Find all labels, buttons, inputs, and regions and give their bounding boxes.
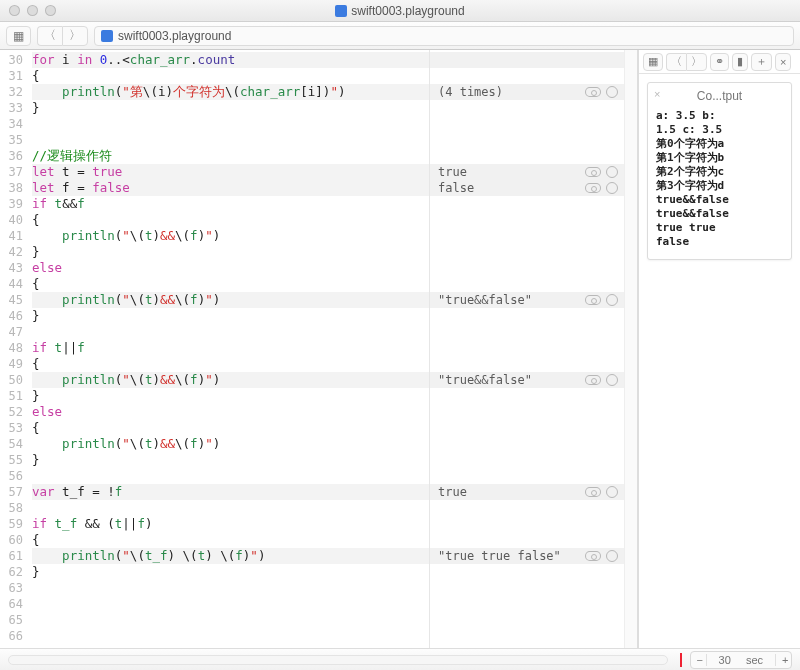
code-line[interactable] xyxy=(32,500,429,516)
nav-back-button[interactable]: 〈 xyxy=(37,26,62,46)
result-line xyxy=(430,244,624,260)
horizontal-scrollbar[interactable] xyxy=(8,655,668,665)
code-line[interactable]: { xyxy=(32,420,429,436)
result-line xyxy=(430,580,624,596)
code-line[interactable]: println("第\(i)个字符为\(char_arr[i])") xyxy=(32,84,429,100)
assistant-back-button[interactable]: 〈 xyxy=(666,53,686,71)
result-line: false xyxy=(430,180,624,196)
value-history-icon[interactable] xyxy=(606,294,618,306)
code-line[interactable]: println("\(t)&&\(f)") xyxy=(32,372,429,388)
result-line xyxy=(430,68,624,84)
result-line xyxy=(430,436,624,452)
console-output: a: 3.5 b: 1.5 c: 3.5 第0个字符为a 第1个字符为b 第2个… xyxy=(656,109,783,249)
console-title: Co...tput xyxy=(656,89,783,103)
code-line[interactable]: if t||f xyxy=(32,340,429,356)
assistant-link-icon[interactable]: ⚭ xyxy=(710,53,729,71)
code-line[interactable] xyxy=(32,324,429,340)
value-history-icon[interactable] xyxy=(606,550,618,562)
code-line[interactable]: { xyxy=(32,356,429,372)
playground-file-icon xyxy=(335,5,347,17)
result-line xyxy=(430,612,624,628)
assistant-toolbar: ▦ 〈 〉 ⚭ ▮ ＋ × xyxy=(639,50,800,74)
code-line[interactable]: else xyxy=(32,404,429,420)
result-line xyxy=(430,628,624,644)
close-window-button[interactable] xyxy=(9,5,20,16)
result-line: "true true false" xyxy=(430,548,624,564)
code-line[interactable]: println("\(t)&&\(f)") xyxy=(32,228,429,244)
console-output-panel: × Co...tput a: 3.5 b: 1.5 c: 3.5 第0个字符为a… xyxy=(647,82,792,260)
code-line[interactable]: //逻辑操作符 xyxy=(32,148,429,164)
quicklook-eye-icon[interactable] xyxy=(585,487,601,497)
result-line: "true&&false" xyxy=(430,372,624,388)
nav-forward-button[interactable]: 〉 xyxy=(62,26,88,46)
value-history-icon[interactable] xyxy=(606,486,618,498)
code-line[interactable]: } xyxy=(32,388,429,404)
result-line xyxy=(430,100,624,116)
timeline-value: 30 sec xyxy=(707,654,775,666)
timeline-plus-button[interactable]: + xyxy=(775,654,791,666)
assistant-add-button[interactable]: ＋ xyxy=(751,53,772,71)
code-line[interactable] xyxy=(32,116,429,132)
code-line[interactable]: } xyxy=(32,564,429,580)
result-line xyxy=(430,212,624,228)
traffic-lights xyxy=(0,5,56,16)
timeline-minus-button[interactable]: − xyxy=(691,654,707,666)
code-line[interactable]: if t_f && (t||f) xyxy=(32,516,429,532)
timeline-play-marker[interactable] xyxy=(680,653,682,667)
breadcrumb[interactable]: swift0003.playground xyxy=(94,26,794,46)
code-line[interactable]: if t&&f xyxy=(32,196,429,212)
toolbar: ▦ 〈 〉 swift0003.playground xyxy=(0,22,800,50)
value-history-icon[interactable] xyxy=(606,182,618,194)
code-line[interactable] xyxy=(32,468,429,484)
quicklook-eye-icon[interactable] xyxy=(585,87,601,97)
result-line xyxy=(430,148,624,164)
code-line[interactable] xyxy=(32,628,429,644)
quicklook-eye-icon[interactable] xyxy=(585,375,601,385)
code-line[interactable]: } xyxy=(32,100,429,116)
result-line xyxy=(430,308,624,324)
code-line[interactable]: { xyxy=(32,212,429,228)
code-line[interactable] xyxy=(32,132,429,148)
code-editor[interactable]: for i in 0..<char_arr.count{ println("第\… xyxy=(28,50,429,648)
assistant-close-button[interactable]: × xyxy=(775,53,791,71)
titlebar: swift0003.playground xyxy=(0,0,800,22)
code-line[interactable]: } xyxy=(32,244,429,260)
result-line xyxy=(430,452,624,468)
code-line[interactable]: for i in 0..<char_arr.count xyxy=(32,52,429,68)
code-line[interactable]: { xyxy=(32,276,429,292)
assistant-forward-button[interactable]: 〉 xyxy=(686,53,707,71)
quicklook-eye-icon[interactable] xyxy=(585,295,601,305)
value-history-icon[interactable] xyxy=(606,374,618,386)
quicklook-eye-icon[interactable] xyxy=(585,551,601,561)
assistant-book-icon[interactable]: ▮ xyxy=(732,53,748,71)
result-line xyxy=(430,516,624,532)
result-text: true xyxy=(438,164,467,180)
zoom-window-button[interactable] xyxy=(45,5,56,16)
close-icon[interactable]: × xyxy=(654,88,660,100)
value-history-icon[interactable] xyxy=(606,166,618,178)
code-line[interactable]: println("\(t)&&\(f)") xyxy=(32,292,429,308)
value-history-icon[interactable] xyxy=(606,86,618,98)
code-line[interactable]: println("\(t_f) \(t) \(f)") xyxy=(32,548,429,564)
code-line[interactable]: let t = true xyxy=(32,164,429,180)
code-line[interactable]: } xyxy=(32,308,429,324)
code-line[interactable]: { xyxy=(32,68,429,84)
minimize-window-button[interactable] xyxy=(27,5,38,16)
code-line[interactable]: else xyxy=(32,260,429,276)
code-line[interactable]: println("\(t)&&\(f)") xyxy=(32,436,429,452)
result-line xyxy=(430,404,624,420)
code-line[interactable]: let f = false xyxy=(32,180,429,196)
code-line[interactable] xyxy=(32,596,429,612)
related-items-button[interactable]: ▦ xyxy=(6,26,31,46)
quicklook-eye-icon[interactable] xyxy=(585,167,601,177)
code-line[interactable]: var t_f = !f xyxy=(32,484,429,500)
assistant-related-button[interactable]: ▦ xyxy=(643,53,663,71)
result-line: true xyxy=(430,164,624,180)
code-line[interactable] xyxy=(32,612,429,628)
vertical-scrollbar[interactable] xyxy=(624,50,637,648)
quicklook-eye-icon[interactable] xyxy=(585,183,601,193)
code-line[interactable]: { xyxy=(32,532,429,548)
code-line[interactable]: } xyxy=(32,452,429,468)
code-line[interactable] xyxy=(32,580,429,596)
result-line xyxy=(430,52,624,68)
